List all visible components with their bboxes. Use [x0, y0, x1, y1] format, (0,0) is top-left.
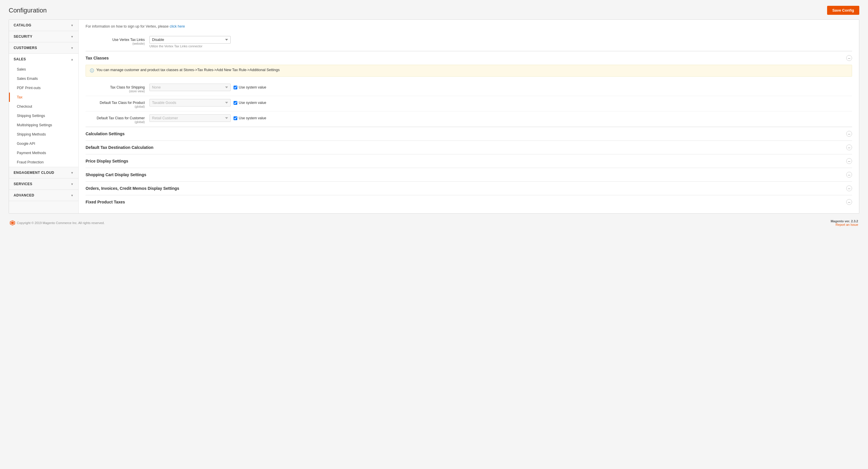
- default-tax-class-customer-checkbox[interactable]: [234, 116, 237, 120]
- sidebar-section-label-customers: CUSTOMERS: [13, 46, 37, 50]
- fixed-product-taxes-section: Fixed Product Taxes –: [86, 195, 852, 209]
- fixed-product-taxes-title: Fixed Product Taxes: [86, 200, 125, 204]
- default-tax-destination-header[interactable]: Default Tax Destination Calculation –: [86, 141, 852, 154]
- info-icon: ⓘ: [90, 68, 94, 74]
- footer-right: Magento ver. 2.3.2 Report an Issue: [831, 219, 858, 226]
- sidebar-section-header-catalog[interactable]: CATALOG▼: [9, 20, 78, 31]
- magento-logo-icon: [10, 220, 15, 226]
- tax-classes-info-banner: ⓘ You can manage customer and product ta…: [86, 65, 852, 77]
- vertex-hint: Utilize the Vertex Tax Links connector: [149, 45, 852, 48]
- sidebar-item-multishipping-settings[interactable]: Multishipping Settings: [9, 120, 78, 130]
- tax-class-shipping-label: Tax Class for Shipping (store view): [86, 84, 149, 93]
- default-tax-class-product-select[interactable]: Taxable Goods: [149, 99, 230, 107]
- sidebar-section-chevron-catalog: ▼: [71, 24, 74, 27]
- sidebar-item-pdf-print-outs[interactable]: PDF Print-outs: [9, 83, 78, 93]
- orders-invoices-collapse-icon: –: [846, 185, 852, 191]
- tax-class-shipping-row: Tax Class for Shipping (store view) None…: [86, 81, 852, 96]
- sidebar-item-tax[interactable]: Tax: [9, 93, 78, 102]
- save-config-button[interactable]: Save Config: [827, 6, 859, 15]
- sidebar-section-label-sales: SALES: [13, 57, 26, 61]
- sidebar-section-header-services[interactable]: SERVICES▼: [9, 178, 78, 189]
- tax-classes-collapse-icon: –: [846, 55, 852, 61]
- sidebar-section-header-engagement-cloud[interactable]: ENGAGEMENT CLOUD▼: [9, 167, 78, 178]
- sidebar-submenu-sales: SalesSales EmailsPDF Print-outsTaxChecko…: [9, 65, 78, 167]
- sidebar-item-payment-methods[interactable]: Payment Methods: [9, 148, 78, 157]
- sidebar-item-sales[interactable]: Sales: [9, 65, 78, 74]
- sidebar-section-services: SERVICES▼: [9, 178, 78, 190]
- shopping-cart-display-title: Shopping Cart Display Settings: [86, 172, 146, 177]
- content-area: For information on how to sign up for Ve…: [79, 20, 859, 213]
- sidebar-section-chevron-sales: ▲: [71, 58, 74, 61]
- sidebar-section-header-customers[interactable]: CUSTOMERS▼: [9, 42, 78, 53]
- sidebar-item-shipping-settings[interactable]: Shipping Settings: [9, 111, 78, 120]
- default-tax-class-product-use-system[interactable]: Use system value: [234, 101, 266, 105]
- default-tax-class-product-row: Default Tax Class for Product (global) T…: [86, 96, 852, 112]
- default-tax-class-product-label: Default Tax Class for Product (global): [86, 99, 149, 108]
- tax-class-shipping-checkbox[interactable]: [234, 86, 237, 89]
- sidebar-section-customers: CUSTOMERS▼: [9, 42, 78, 54]
- sidebar-item-fraud-protection[interactable]: Fraud Protection: [9, 157, 78, 167]
- tax-class-shipping-use-system[interactable]: Use system value: [234, 85, 266, 89]
- tax-classes-header[interactable]: Tax Classes –: [86, 51, 852, 65]
- default-tax-class-customer-label: Default Tax Class for Customer (global): [86, 114, 149, 124]
- default-tax-class-product-checkbox[interactable]: [234, 101, 237, 105]
- sidebar-section-advanced: ADVANCED▼: [9, 190, 78, 201]
- tax-classes-section: Tax Classes – ⓘ You can manage customer …: [86, 51, 852, 127]
- fixed-product-taxes-collapse-icon: –: [846, 199, 852, 205]
- default-tax-destination-collapse-icon: –: [846, 145, 852, 150]
- default-tax-class-customer-use-system[interactable]: Use system value: [234, 116, 266, 120]
- use-vertex-label: Use Vertex Tax Links (website): [86, 36, 149, 45]
- sidebar-section-chevron-security: ▼: [71, 35, 74, 38]
- price-display-section: Price Display Settings –: [86, 154, 852, 168]
- tax-class-shipping-select[interactable]: None: [149, 84, 230, 91]
- footer-version: Magento ver. 2.3.2: [831, 219, 858, 223]
- default-tax-destination-section: Default Tax Destination Calculation –: [86, 141, 852, 154]
- sidebar-section-label-engagement-cloud: ENGAGEMENT CLOUD: [13, 171, 54, 175]
- sidebar-item-shipping-methods[interactable]: Shipping Methods: [9, 130, 78, 139]
- sidebar-section-header-sales[interactable]: SALES▲: [9, 54, 78, 65]
- sidebar-section-sales: SALES▲SalesSales EmailsPDF Print-outsTax…: [9, 54, 78, 167]
- sidebar: CATALOG▼SECURITY▼CUSTOMERS▼SALES▲SalesSa…: [9, 20, 79, 213]
- default-tax-class-customer-row: Default Tax Class for Customer (global) …: [86, 112, 852, 127]
- default-tax-destination-title: Default Tax Destination Calculation: [86, 145, 153, 150]
- sidebar-section-label-security: SECURITY: [13, 34, 32, 38]
- sidebar-section-chevron-engagement-cloud: ▼: [71, 171, 74, 174]
- footer-logo: Copyright © 2019 Magento Commerce Inc. A…: [10, 220, 105, 226]
- sidebar-item-checkout[interactable]: Checkout: [9, 102, 78, 111]
- sidebar-section-engagement-cloud: ENGAGEMENT CLOUD▼: [9, 167, 78, 178]
- calculation-settings-header[interactable]: Calculation Settings –: [86, 127, 852, 141]
- use-vertex-select[interactable]: Disable Enable: [149, 36, 230, 43]
- sidebar-section-chevron-services: ▼: [71, 182, 74, 186]
- vertex-info: For information on how to sign up for Ve…: [86, 24, 852, 28]
- sidebar-section-label-advanced: ADVANCED: [13, 193, 34, 197]
- calculation-settings-section: Calculation Settings –: [86, 127, 852, 141]
- footer-copyright: Copyright © 2019 Magento Commerce Inc. A…: [17, 221, 105, 225]
- sidebar-item-google-api[interactable]: Google API: [9, 139, 78, 148]
- default-tax-class-customer-select[interactable]: Retail Customer: [149, 114, 230, 122]
- sidebar-section-chevron-advanced: ▼: [71, 194, 74, 197]
- fixed-product-taxes-header[interactable]: Fixed Product Taxes –: [86, 195, 852, 209]
- footer: Copyright © 2019 Magento Commerce Inc. A…: [9, 219, 859, 226]
- sidebar-section-header-security[interactable]: SECURITY▼: [9, 31, 78, 42]
- orders-invoices-title: Orders, Invoices, Credit Memos Display S…: [86, 186, 179, 191]
- tax-classes-title: Tax Classes: [86, 56, 109, 60]
- sidebar-section-header-advanced[interactable]: ADVANCED▼: [9, 190, 78, 201]
- use-vertex-control: Disable Enable Utilize the Vertex Tax Li…: [149, 36, 852, 48]
- default-tax-class-product-control: Taxable Goods Use system value: [149, 99, 852, 107]
- sidebar-section-security: SECURITY▼: [9, 31, 78, 42]
- sidebar-section-chevron-customers: ▼: [71, 47, 74, 50]
- calculation-settings-title: Calculation Settings: [86, 131, 125, 136]
- orders-invoices-section: Orders, Invoices, Credit Memos Display S…: [86, 181, 852, 195]
- sidebar-item-sales-emails[interactable]: Sales Emails: [9, 74, 78, 83]
- shopping-cart-display-header[interactable]: Shopping Cart Display Settings –: [86, 168, 852, 181]
- shopping-cart-display-collapse-icon: –: [846, 172, 852, 178]
- price-display-header[interactable]: Price Display Settings –: [86, 154, 852, 168]
- sidebar-section-catalog: CATALOG▼: [9, 20, 78, 31]
- use-vertex-tax-links-row: Use Vertex Tax Links (website) Disable E…: [86, 33, 852, 51]
- orders-invoices-header[interactable]: Orders, Invoices, Credit Memos Display S…: [86, 182, 852, 195]
- tax-class-shipping-control: None Use system value: [149, 84, 852, 91]
- vertex-link[interactable]: click here: [170, 24, 185, 28]
- price-display-collapse-icon: –: [846, 158, 852, 164]
- report-issue-link[interactable]: Report an Issue: [836, 223, 858, 226]
- price-display-title: Price Display Settings: [86, 159, 128, 164]
